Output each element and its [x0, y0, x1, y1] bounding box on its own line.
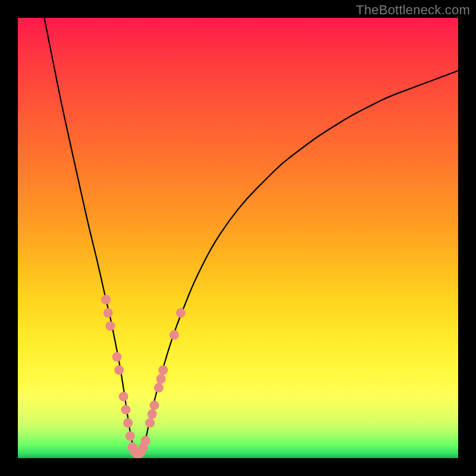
data-dot	[176, 308, 186, 318]
plot-area	[18, 18, 458, 458]
data-dot	[112, 352, 122, 362]
data-dot	[148, 409, 157, 419]
bottleneck-curve	[44, 18, 458, 454]
data-dot	[154, 383, 164, 393]
chart-frame: TheBottleneck.com	[0, 0, 476, 476]
data-dot	[121, 405, 130, 415]
data-dot	[149, 400, 159, 410]
data-dot	[156, 374, 166, 384]
data-dot	[114, 365, 124, 375]
chart-svg	[18, 18, 458, 458]
data-dot	[123, 418, 133, 428]
data-dot	[141, 436, 151, 445]
data-dot	[126, 431, 135, 441]
data-dot	[158, 365, 168, 375]
data-dot	[105, 321, 115, 331]
data-dot	[104, 308, 113, 318]
data-dot	[101, 295, 111, 305]
data-dot	[119, 392, 129, 401]
data-dot	[145, 418, 155, 428]
data-dots	[101, 295, 186, 458]
watermark-text: TheBottleneck.com	[356, 2, 470, 18]
data-dot	[170, 330, 179, 340]
